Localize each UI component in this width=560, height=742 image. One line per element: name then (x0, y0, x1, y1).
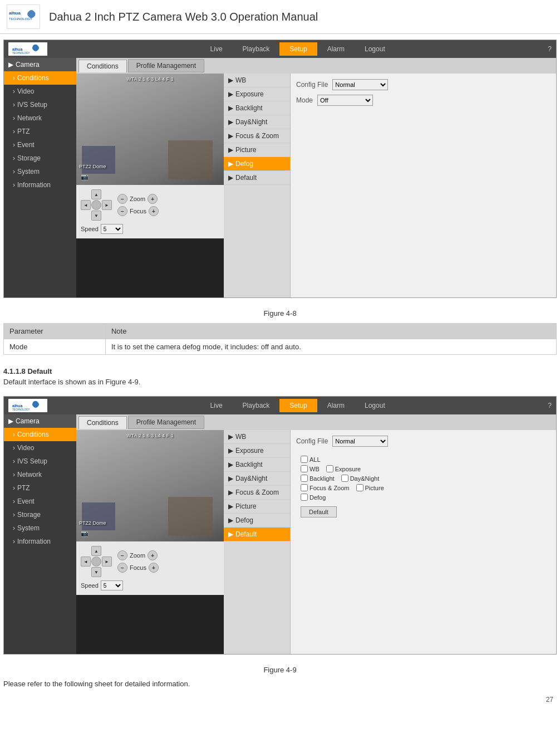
sidebar-item-conditions-2[interactable]: › Conditions (4, 428, 76, 441)
menu-exposure-2[interactable]: ▶Exposure (224, 444, 290, 458)
sidebar-item-event-1[interactable]: › Event (4, 138, 76, 152)
tab-conditions-1[interactable]: Conditions (78, 60, 127, 72)
nav-help-2: ? (548, 402, 552, 409)
focus-plus-1[interactable]: + (149, 206, 159, 216)
cb-backlight[interactable] (301, 475, 308, 482)
dpad-right-2[interactable]: ► (102, 556, 112, 567)
sidebar-item-conditions-1[interactable]: › Conditions (4, 71, 76, 85)
menu-backlight-2[interactable]: ▶Backlight (224, 458, 290, 472)
speed-select-2[interactable]: 5 (101, 580, 123, 590)
nav-logo-1: alhua TECHNOLOGY (8, 42, 47, 56)
mode-select-1[interactable]: Off Auto (317, 95, 373, 106)
focus-label-2: Focus (130, 564, 146, 571)
sidebar-item-network-2[interactable]: › Network (4, 468, 76, 481)
dpad-up-1[interactable]: ▲ (91, 189, 101, 199)
sidebar-item-video-1[interactable]: › Video (4, 85, 76, 98)
menu-defog-1[interactable]: ▶Defog (224, 157, 290, 171)
zoom-plus-2[interactable]: + (148, 550, 158, 560)
section-body: Default interface is shown as in Figure … (0, 378, 560, 390)
nav-tab-playback-2[interactable]: Playback (233, 399, 280, 412)
sidebar-item-ptz-1[interactable]: › PTZ (4, 125, 76, 138)
dpad-up-2[interactable]: ▲ (91, 546, 101, 556)
focus-minus-2[interactable]: − (117, 563, 127, 573)
speed-row-2: Speed 5 (81, 580, 219, 590)
config-file-select-1[interactable]: Normal (332, 79, 388, 90)
cb-daynight-label: Day&Night (350, 475, 380, 482)
sidebar-item-information-2[interactable]: › Information (4, 535, 76, 548)
menu-daynight-1[interactable]: ▶Day&Night (224, 115, 290, 129)
menu-daynight-2[interactable]: ▶Day&Night (224, 472, 290, 486)
cb-picture[interactable] (356, 484, 363, 491)
speed-select-1[interactable]: 5 (101, 224, 123, 234)
menu-backlight-1[interactable]: ▶Backlight (224, 101, 290, 115)
sidebar-item-event-2[interactable]: › Event (4, 495, 76, 508)
cb-daynight[interactable] (341, 475, 348, 482)
cb-all[interactable] (301, 456, 308, 463)
cb-exposure[interactable] (326, 465, 333, 472)
zoom-label-2: Zoom (130, 552, 145, 559)
dpad-down-2[interactable]: ▼ (91, 567, 101, 577)
mode-row-1: Mode Off Auto (296, 95, 551, 106)
menu-picture-2[interactable]: ▶Picture (224, 500, 290, 514)
dpad-center-1[interactable] (91, 200, 101, 210)
zoom-minus-1[interactable]: − (117, 194, 127, 204)
menu-exposure-1[interactable]: ▶Exposure (224, 87, 290, 101)
main-layout-1: ▶ Camera › Conditions › Video › IVS Setu… (4, 58, 556, 297)
sidebar-item-storage-1[interactable]: › Storage (4, 152, 76, 165)
zoom-plus-1[interactable]: + (148, 194, 158, 204)
dpad-left-1[interactable]: ◄ (81, 200, 91, 210)
sidebar-item-video-2[interactable]: › Video (4, 441, 76, 455)
sidebar-item-system-2[interactable]: › System (4, 521, 76, 535)
cb-wb[interactable] (301, 465, 308, 472)
sidebar-item-system-1[interactable]: › System (4, 165, 76, 178)
tab-profile-mgmt-1[interactable]: Profile Management (128, 59, 204, 72)
cb-focuszoom[interactable] (301, 484, 308, 491)
menu-focuszoom-2[interactable]: ▶Focus & Zoom (224, 486, 290, 500)
zoom-focus-2: − Zoom + − Focus + (117, 550, 159, 573)
figure1-caption: Figure 4-8 (0, 304, 560, 323)
figure1-screenshot: alhua TECHNOLOGY Live Playback Setup Ala… (3, 40, 557, 298)
menu-default-1[interactable]: ▶Default (224, 171, 290, 185)
menu-defog-2[interactable]: ▶Defog (224, 514, 290, 528)
nav-tab-live-1[interactable]: Live (200, 42, 233, 56)
nav-tab-setup-2[interactable]: Setup (279, 399, 317, 412)
dpad-down-1[interactable]: ▼ (91, 211, 101, 221)
default-button[interactable]: Default (301, 506, 337, 518)
nav-tab-alarm-1[interactable]: Alarm (317, 42, 355, 56)
nav-tab-alarm-2[interactable]: Alarm (317, 399, 355, 412)
zoom-minus-2[interactable]: − (117, 550, 127, 560)
cb-defog[interactable] (301, 494, 308, 501)
nav-tab-logout-1[interactable]: Logout (355, 42, 395, 56)
sidebar-item-information-1[interactable]: › Information (4, 178, 76, 192)
sidebar-item-ivs-2[interactable]: › IVS Setup (4, 455, 76, 468)
nav-tab-logout-2[interactable]: Logout (355, 399, 395, 412)
sidebar-item-storage-2[interactable]: › Storage (4, 508, 76, 521)
checkbox-row-1: ALL (301, 456, 546, 463)
dpad-center-2[interactable] (91, 556, 101, 567)
menu-picture-1[interactable]: ▶Picture (224, 143, 290, 157)
menu-focuszoom-1[interactable]: ▶Focus & Zoom (224, 129, 290, 143)
tab-conditions-2[interactable]: Conditions (78, 416, 127, 429)
tabs-bar-1: Conditions Profile Management (76, 58, 556, 74)
config-file-label-2: Config File (296, 437, 328, 445)
config-file-select-2[interactable]: Normal (332, 436, 388, 447)
menu-wb-1[interactable]: ▶WB (224, 74, 290, 87)
focus-plus-2[interactable]: + (149, 563, 159, 573)
sidebar-item-network-1[interactable]: › Network (4, 111, 76, 125)
menu-wb-2[interactable]: ▶WB (224, 430, 290, 444)
focus-minus-1[interactable]: − (117, 206, 127, 216)
nav-tab-setup-1[interactable]: Setup (279, 42, 317, 56)
menu-default-2[interactable]: ▶Default (224, 528, 290, 541)
arrow-6: › (13, 154, 15, 162)
sidebar-item-ptz-2[interactable]: › PTZ (4, 481, 76, 495)
nav-help-1: ? (548, 45, 552, 53)
arrow-5: › (13, 141, 15, 149)
dpad-left-2[interactable]: ◄ (81, 556, 91, 567)
sidebar-item-ivs-1[interactable]: › IVS Setup (4, 98, 76, 111)
nav-tab-live-2[interactable]: Live (200, 399, 233, 412)
checkbox-exposure: Exposure (326, 465, 361, 472)
tab-profile-mgmt-2[interactable]: Profile Management (128, 416, 204, 429)
cb-defog-label: Defog (310, 494, 326, 501)
dpad-right-1[interactable]: ► (102, 200, 112, 210)
nav-tab-playback-1[interactable]: Playback (233, 42, 280, 56)
